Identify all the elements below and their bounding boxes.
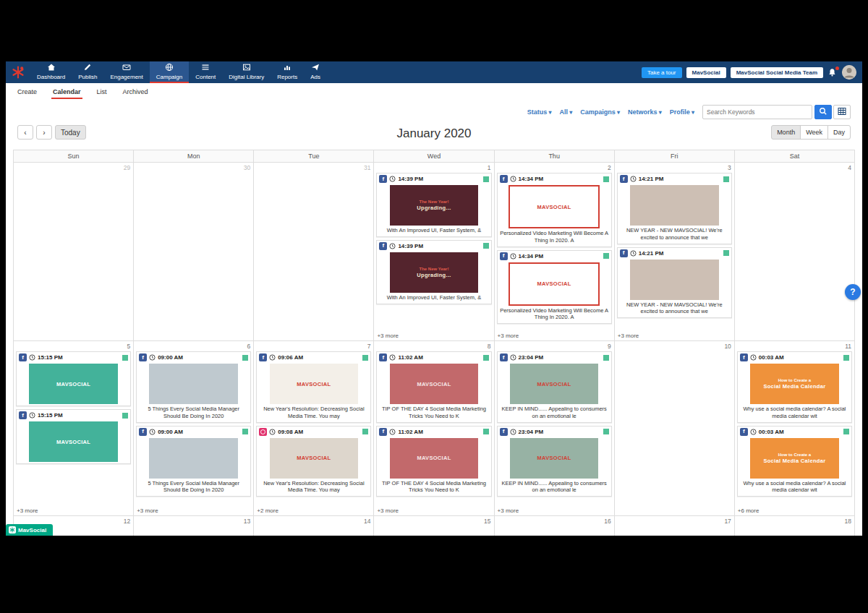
day-of-week-row: SunMonTueWedThuFriSat (14, 150, 855, 163)
more-events-link[interactable]: +3 more (134, 507, 253, 515)
event-card[interactable]: f11:02 AMMAVSOCIALTIP OF THE DAY 4 Socia… (376, 351, 491, 423)
event-card[interactable]: f00:03 AMHow to Create aSocial Media Cal… (737, 351, 852, 423)
date-label: 2 (608, 164, 611, 171)
facebook-icon: f (740, 353, 748, 361)
more-events-link[interactable]: +3 more (374, 332, 493, 340)
calendar-day-cell[interactable]: 14 (254, 516, 374, 536)
view-toggle-button[interactable] (833, 105, 851, 119)
search-button[interactable] (814, 105, 832, 119)
nav-publish[interactable]: Publish (72, 61, 103, 83)
sub-tab-create[interactable]: Create (16, 85, 38, 99)
event-card[interactable]: f09:06 AMMAVSOCIALNew Year's Resolution:… (256, 351, 371, 423)
calendar-day-cell[interactable]: 8f11:02 AMMAVSOCIALTIP OF THE DAY 4 Soci… (374, 341, 494, 516)
nav-reports[interactable]: Reports (271, 61, 304, 83)
calendar-day-cell[interactable]: 2f14:34 PMMAVSOCIALPersonalized Video Ma… (495, 163, 615, 341)
nav-dashboard[interactable]: Dashboard (30, 61, 72, 83)
calendar-day-cell[interactable]: 3f14:21 PMNEW YEAR - NEW MAVSOCIAL! We'r… (615, 163, 735, 341)
post-caption: 5 Things Every Social Media Manager Shou… (137, 406, 250, 422)
event-card[interactable]: f14:21 PMNEW YEAR - NEW MAVSOCIAL! We're… (617, 173, 732, 244)
event-card[interactable]: f15:15 PMMAVSOCIAL (16, 409, 131, 464)
help-button[interactable]: ? (845, 284, 861, 300)
event-card[interactable]: f00:03 AMHow to Create aSocial Media Cal… (737, 426, 852, 497)
campaigns-filter-dropdown[interactable]: Campaigns (580, 108, 620, 116)
chat-widget-button[interactable]: MavSocial (6, 524, 53, 536)
status-filter-dropdown[interactable]: Status (527, 108, 552, 116)
calendar-day-cell[interactable]: 7f09:06 AMMAVSOCIALNew Year's Resolution… (254, 341, 374, 516)
post-image-thumbnail: MAVSOCIAL (510, 438, 599, 479)
event-card[interactable]: f23:04 PMMAVSOCIALKEEP IN MIND...... App… (497, 426, 612, 497)
all-filter-dropdown[interactable]: All (559, 108, 572, 116)
clock-icon (389, 243, 396, 249)
notifications-bell-icon[interactable] (827, 67, 838, 77)
next-month-button[interactable]: › (36, 125, 52, 140)
more-events-link[interactable]: +2 more (254, 507, 373, 515)
calendar-day-cell[interactable]: 17 (615, 516, 735, 536)
event-card[interactable]: f15:15 PMMAVSOCIAL (16, 351, 131, 406)
clock-icon (510, 354, 516, 361)
profile-filter-dropdown[interactable]: Profile (670, 108, 694, 116)
user-avatar[interactable] (842, 65, 856, 80)
nav-ads[interactable]: Ads (304, 61, 327, 83)
search-input[interactable] (702, 105, 812, 119)
post-image-thumbnail: MAVSOCIAL (29, 421, 118, 462)
calendar-day-cell[interactable]: 6f09:00 AM5 Things Every Social Media Ma… (134, 341, 254, 516)
clock-icon (389, 176, 396, 182)
sub-tab-list[interactable]: List (95, 85, 109, 99)
event-card[interactable]: f09:00 AM5 Things Every Social Media Man… (136, 351, 251, 423)
calendar-day-cell[interactable]: 13 (134, 516, 254, 536)
event-card[interactable]: 09:08 AMMAVSOCIALNew Year's Resolution: … (256, 426, 371, 497)
calendar-day-cell[interactable]: 15 (374, 516, 494, 536)
calendar-day-cell[interactable]: 11f00:03 AMHow to Create aSocial Media C… (735, 341, 855, 516)
more-events-link[interactable]: +3 more (495, 507, 614, 515)
view-month-button[interactable]: Month (771, 125, 801, 140)
nav-digital-library[interactable]: Digital Library (222, 61, 271, 83)
mavsocial-logo[interactable] (6, 61, 30, 83)
event-card[interactable]: f14:34 PMMAVSOCIALPersonalized Video Mar… (497, 250, 612, 325)
facebook-icon: f (500, 175, 508, 183)
date-label: 3 (728, 164, 731, 171)
team-selector-button[interactable]: MavSocial Social Media Team (731, 67, 823, 78)
sub-tab-calendar[interactable]: Calendar (51, 85, 82, 99)
more-events-link[interactable]: +3 more (374, 507, 493, 515)
sub-tab-archived[interactable]: Archived (122, 85, 150, 99)
calendar-day-cell[interactable]: 9f23:04 PMMAVSOCIALKEEP IN MIND...... Ap… (495, 341, 615, 516)
calendar-day-cell[interactable]: 31 (254, 163, 374, 341)
calendar-day-cell[interactable]: 1f14:39 PMThe New Year!Upgrading...With … (374, 163, 494, 341)
view-week-button[interactable]: Week (800, 125, 828, 140)
day-of-week-header: Mon (134, 150, 254, 163)
event-card[interactable]: f23:04 PMMAVSOCIALKEEP IN MIND...... App… (497, 351, 612, 423)
app-window: Dashboard Publish Engagement Campaign Co… (6, 61, 862, 536)
calendar-day-cell[interactable]: 16 (495, 516, 615, 536)
view-day-button[interactable]: Day (827, 125, 851, 140)
facebook-icon: f (259, 353, 267, 361)
calendar-day-cell[interactable]: 4 (735, 163, 855, 341)
more-events-link[interactable]: +3 more (14, 507, 133, 515)
clock-icon (510, 176, 516, 182)
nav-engagement[interactable]: Engagement (103, 61, 149, 83)
event-card[interactable]: f14:39 PMThe New Year!Upgrading...With A… (376, 173, 491, 237)
more-events-link[interactable]: +3 more (495, 332, 614, 340)
event-card[interactable]: f14:34 PMMAVSOCIALPersonalized Video Mar… (497, 173, 612, 247)
post-time-label: 14:21 PM (639, 250, 664, 257)
prev-month-button[interactable]: ‹ (17, 125, 33, 140)
post-time-label: 00:03 AM (759, 354, 784, 361)
calendar-day-cell[interactable]: 18 (735, 516, 855, 536)
calendar-day-cell[interactable]: 29 (14, 163, 134, 341)
calendar-day-cell[interactable]: 30 (134, 163, 254, 341)
today-button[interactable]: Today (55, 125, 86, 140)
networks-filter-dropdown[interactable]: Networks (628, 108, 662, 116)
event-card[interactable]: f09:00 AM5 Things Every Social Media Man… (136, 426, 251, 497)
take-a-tour-button[interactable]: Take a tour (642, 67, 682, 78)
more-events-link[interactable]: +3 more (615, 332, 734, 340)
mavsocial-account-button[interactable]: MavSocial (686, 67, 726, 78)
event-card[interactable]: f11:02 AMMAVSOCIALTIP OF THE DAY 4 Socia… (376, 426, 491, 497)
nav-content[interactable]: Content (189, 61, 222, 83)
event-card[interactable]: f14:21 PMNEW YEAR - NEW MAVSOCIAL! We're… (617, 247, 732, 319)
nav-campaign[interactable]: Campaign (150, 61, 189, 83)
calendar-day-cell[interactable]: 10 (615, 341, 735, 516)
calendar-day-cell[interactable]: 5f15:15 PMMAVSOCIALf15:15 PMMAVSOCIAL+3 … (14, 341, 134, 516)
event-card[interactable]: f14:39 PMThe New Year!Upgrading...With A… (376, 240, 491, 304)
status-indicator (122, 355, 128, 361)
search-icon (819, 107, 827, 118)
more-events-link[interactable]: +6 more (735, 507, 854, 515)
